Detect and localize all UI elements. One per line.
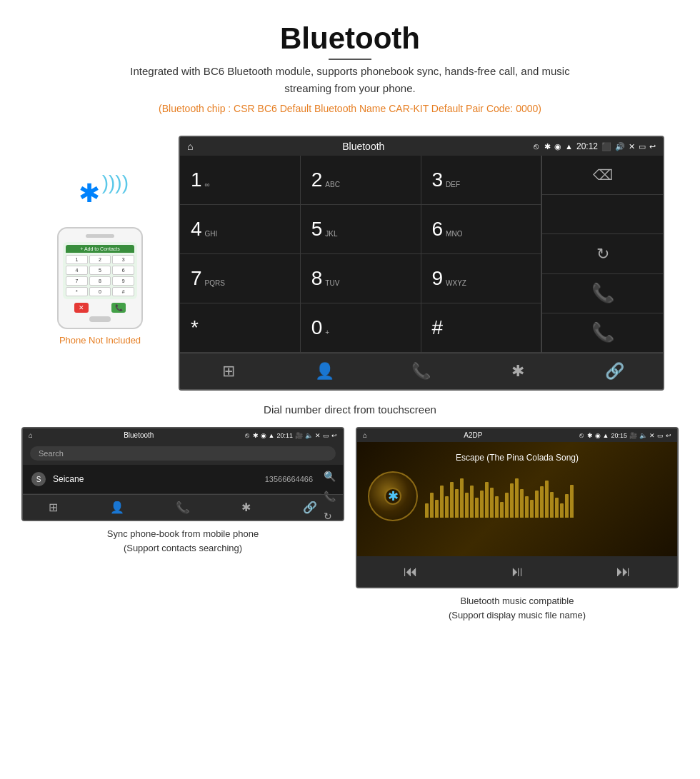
title-section: Bluetooth Integrated with BC6 Bluetooth … [0,0,700,129]
left-location-icon: ◉ [261,432,266,439]
right-caption-line1: Bluetooth music compatible [461,595,574,606]
call-answer-button[interactable]: 📞 [542,274,663,313]
viz-bar [435,500,439,518]
viz-bar [465,493,469,518]
viz-bar [470,486,474,518]
phone-home-button [89,316,111,322]
phone-key-5: 5 [89,266,111,275]
viz-bar [550,492,554,518]
contact-row[interactable]: S Seicane 13566664466 [23,465,321,494]
key-4[interactable]: 4GHI [180,205,301,254]
left-panel-screen: ⌂ Bluetooth ⎋ ✱ ◉ ▲ 20:11 🎥 🔈 ✕ ▭ ↩ [21,427,344,521]
viz-bar [510,483,514,518]
album-bt-icon: ✱ [388,488,399,504]
left-camera-icon: 🎥 [295,432,303,439]
screen-title: Bluetooth [199,141,528,152]
contact-letter: S [31,472,46,486]
delete-icon: ⌫ [593,166,613,184]
home-icon[interactable]: ⌂ [187,141,193,152]
left-window-icon: ▭ [323,432,329,439]
subtitle: Integrated with BC6 Bluetooth module, su… [107,63,593,97]
refresh-list-icon[interactable]: ↻ [324,511,336,521]
right-panel-caption: Bluetooth music compatible (Support disp… [449,594,586,622]
viz-bar [440,486,444,518]
contacts-icon[interactable]: 👤 [307,362,343,381]
window-icon: ▭ [639,142,646,151]
key-2[interactable]: 2ABC [301,156,421,205]
close-icon[interactable]: ✕ [629,142,635,151]
key-9[interactable]: 9WXYZ [421,254,542,303]
music-content: ✱ [368,471,666,521]
key-hash[interactable]: # [421,303,542,353]
prev-icon[interactable]: ⏮ [404,563,418,580]
phone-icon[interactable]: 📞 [404,362,439,381]
grid-icon[interactable]: ⊞ [211,362,246,381]
phone-screen: + Add to Contacts 1 2 3 4 5 6 7 8 9 * 0 … [63,242,137,299]
phone-key-2: 2 [89,255,111,264]
left-phone-icon[interactable]: 📞 [176,501,190,514]
call-end-button[interactable]: 📞 [542,313,663,353]
phone-list-icon[interactable]: 📞 [324,491,336,502]
back-icon[interactable]: ↩ [649,142,656,151]
numpad-area: 1∞ 2ABC 3DEF 4GHI 5JKL 6MNO 7PQRS 8TUV 9… [180,156,663,353]
viz-bar [545,481,549,518]
right-bt-icon: ✱ [587,432,593,439]
left-caption-line2: (Support contacts searching) [124,543,242,553]
call-green-icon: 📞 [591,282,614,304]
key-7[interactable]: 7PQRS [180,254,301,303]
music-visualizer [425,475,666,518]
left-link-icon[interactable]: 🔗 [303,501,317,514]
play-pause-icon[interactable]: ⏯ [510,563,524,580]
viz-bar [500,502,504,518]
left-grid-icon[interactable]: ⊞ [49,501,58,514]
phone-side: )))) ✱ + Add to Contacts 1 2 3 4 5 6 7 8… [36,136,164,346]
viz-bar [490,488,494,518]
key-8[interactable]: 8TUV [301,254,421,303]
viz-bar [505,493,509,518]
right-window-icon: ▭ [657,432,664,439]
key-5[interactable]: 5JKL [301,205,421,254]
key-0[interactable]: 0+ [301,303,421,353]
left-screen-title: Bluetooth [36,431,241,439]
phone-end-button: ✕ [74,303,89,313]
search-box[interactable]: Search [30,446,336,461]
contact-number: 13566664466 [265,475,313,483]
main-screen-area: )))) ✱ + Add to Contacts 1 2 3 4 5 6 7 8… [0,129,700,398]
phone-call-button: 📞 [111,303,126,313]
refresh-button[interactable]: ↻ [542,234,663,273]
key-1[interactable]: 1∞ [180,156,301,205]
phone-key-7: 7 [66,276,88,286]
music-area: Escape (The Pina Colada Song) ✱ [357,442,677,556]
search-list-icon[interactable]: 🔍 [324,471,336,482]
left-panel-bottom: ⊞ 👤 📞 ✱ 🔗 [23,494,343,520]
left-user-icon[interactable]: 👤 [110,501,124,514]
page-title: Bluetooth [14,21,686,56]
key-3[interactable]: 3DEF [421,156,542,205]
left-close-icon[interactable]: ✕ [315,432,321,439]
call-red-icon: 📞 [591,321,614,343]
key-star[interactable]: * [180,303,301,353]
bt-status-icon: ✱ [544,142,551,151]
left-home-icon[interactable]: ⌂ [29,431,33,439]
bluetooth-icon: ✱ [79,179,100,208]
right-home-icon[interactable]: ⌂ [363,431,367,439]
bluetooth-bottom-icon[interactable]: ✱ [500,362,536,381]
music-controls: ⏮ ⏯ ⏭ [357,556,677,587]
right-caption-line2: (Support display music file name) [449,610,586,620]
right-close-icon[interactable]: ✕ [649,432,655,439]
right-back-icon[interactable]: ↩ [666,432,671,439]
phone-screen-header: + Add to Contacts [66,245,134,253]
numpad-side: ⌫ ↻ 📞 📞 [542,156,663,353]
left-back-icon[interactable]: ↩ [331,432,337,439]
viz-bar [485,482,489,518]
viz-bar [570,485,574,518]
empty-side-1 [542,195,663,234]
left-bt-bottom-icon[interactable]: ✱ [241,501,251,514]
key-6[interactable]: 6MNO [421,205,542,254]
next-icon[interactable]: ⏭ [616,563,631,580]
link-icon[interactable]: 🔗 [596,362,632,381]
right-statusbar: ⌂ A2DP ⎋ ✱ ◉ ▲ 20:15 🎥 🔈 ✕ ▭ ↩ [357,428,677,442]
left-bt-icon: ✱ [253,432,259,439]
delete-button[interactable]: ⌫ [542,156,663,195]
contacts-wrapper: S Seicane 13566664466 🔍 📞 ↻ [23,465,343,494]
